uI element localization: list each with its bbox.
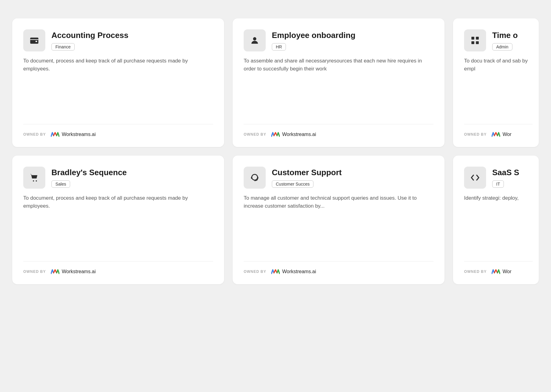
card-description: To assemble and share all necessaryresou… (244, 57, 433, 117)
workstreams-logo-icon (492, 268, 500, 275)
workstreams-logo: Wor (492, 131, 512, 138)
card-tag: Customer Succes (272, 180, 313, 188)
card-title-area: Accounting Process Finance (51, 29, 128, 51)
card-description: To document, process and keep track of a… (23, 57, 213, 117)
svg-point-9 (36, 180, 37, 182)
card-header: Customer Support Customer Succes (244, 167, 433, 189)
svg-point-3 (253, 37, 257, 40)
owned-by-label: OWNED BY (464, 132, 487, 137)
card-title-area: Time o Admin (492, 29, 518, 51)
svg-point-10 (252, 174, 258, 180)
cards-grid: Accounting Process Finance To document, … (0, 0, 551, 303)
card-customer-support[interactable]: Customer Support Customer Succes To mana… (233, 156, 444, 284)
svg-rect-11 (251, 177, 252, 179)
card-footer: OWNED BY Workstreams.ai (23, 124, 213, 138)
card-title: Bradley's Sequence (51, 168, 127, 177)
workstreams-logo-icon (492, 131, 500, 138)
svg-rect-5 (476, 37, 479, 40)
card-description: To document, process and keep track of a… (23, 194, 213, 254)
person-icon (250, 36, 260, 45)
card-tag: HR (272, 43, 286, 51)
svg-rect-1 (36, 41, 37, 42)
card-title: Time o (492, 31, 518, 40)
svg-rect-0 (30, 38, 39, 44)
card-title: Customer Support (272, 168, 342, 177)
card-footer: OWNED BY Workstreams.ai (23, 261, 213, 275)
card-bradleys-sequence[interactable]: Bradley's Sequence Sales To document, pr… (12, 156, 224, 284)
card-header: Employee onboarding HR (244, 29, 433, 51)
owned-by-label: OWNED BY (23, 270, 46, 274)
card-tag: Sales (51, 180, 70, 188)
svg-point-13 (254, 180, 255, 181)
card-description: To manage all customer and technical sup… (244, 194, 433, 254)
card-title-area: Bradley's Sequence Sales (51, 167, 127, 188)
wallet-icon (29, 36, 39, 45)
card-accounting-process[interactable]: Accounting Process Finance To document, … (12, 18, 224, 147)
workstreams-logo-icon (51, 131, 59, 138)
owner-name: Workstreams.ai (62, 269, 96, 274)
svg-point-8 (33, 180, 34, 182)
card-icon-person (244, 29, 266, 51)
grid-icon (470, 36, 480, 45)
card-icon-wallet (23, 29, 45, 51)
workstreams-logo-icon (51, 268, 59, 275)
owned-by-label: OWNED BY (244, 270, 266, 274)
card-employee-onboarding[interactable]: Employee onboarding HR To assemble and s… (233, 18, 444, 147)
card-tag: Finance (51, 43, 75, 51)
card-title-area: Employee onboarding HR (272, 29, 355, 51)
workstreams-logo: Workstreams.ai (271, 131, 316, 138)
card-icon-cart (23, 167, 45, 189)
owned-by-label: OWNED BY (23, 132, 46, 137)
card-title-area: SaaS S IT (492, 167, 519, 188)
card-icon-code (464, 167, 486, 189)
card-saas-s[interactable]: SaaS S IT Identify strategi: deploy, OWN… (453, 156, 539, 284)
card-header: Time o Admin (464, 29, 533, 51)
workstreams-logo-icon (271, 268, 280, 275)
card-title: Accounting Process (51, 31, 128, 40)
card-icon-headset (244, 167, 266, 189)
card-header: Bradley's Sequence Sales (23, 167, 213, 189)
svg-rect-12 (257, 177, 258, 179)
card-header: SaaS S IT (464, 167, 533, 189)
svg-rect-4 (471, 37, 474, 40)
workstreams-logo-icon (271, 131, 280, 138)
card-footer: OWNED BY Wor (464, 124, 533, 138)
cart-icon (29, 173, 39, 183)
card-tag: Admin (492, 43, 512, 51)
card-title: SaaS S (492, 168, 519, 177)
svg-rect-6 (471, 41, 474, 44)
card-icon-grid (464, 29, 486, 51)
workstreams-logo: Wor (492, 268, 512, 275)
card-footer: OWNED BY Wor (464, 261, 533, 275)
card-footer: OWNED BY Workstreams.ai (244, 124, 433, 138)
owned-by-label: OWNED BY (244, 132, 266, 137)
card-title-area: Customer Support Customer Succes (272, 167, 342, 188)
owner-name: Wor (503, 269, 512, 274)
workstreams-logo: Workstreams.ai (51, 131, 96, 138)
card-description: To docu track of and sab by empl (464, 57, 533, 117)
workstreams-logo: Workstreams.ai (51, 268, 96, 275)
card-description: Identify strategi: deploy, (464, 194, 533, 254)
owner-name: Workstreams.ai (282, 269, 316, 274)
card-tag: IT (492, 180, 504, 188)
owned-by-label: OWNED BY (464, 270, 487, 274)
code-icon (470, 173, 480, 183)
card-time-off[interactable]: Time o Admin To docu track of and sab by… (453, 18, 539, 147)
card-footer: OWNED BY Workstreams.ai (244, 261, 433, 275)
owner-name: Workstreams.ai (62, 132, 96, 137)
svg-rect-7 (476, 41, 479, 44)
card-title: Employee onboarding (272, 31, 355, 40)
headset-icon (250, 173, 260, 183)
owner-name: Workstreams.ai (282, 132, 316, 137)
workstreams-logo: Workstreams.ai (271, 268, 316, 275)
card-header: Accounting Process Finance (23, 29, 213, 51)
owner-name: Wor (503, 132, 512, 137)
